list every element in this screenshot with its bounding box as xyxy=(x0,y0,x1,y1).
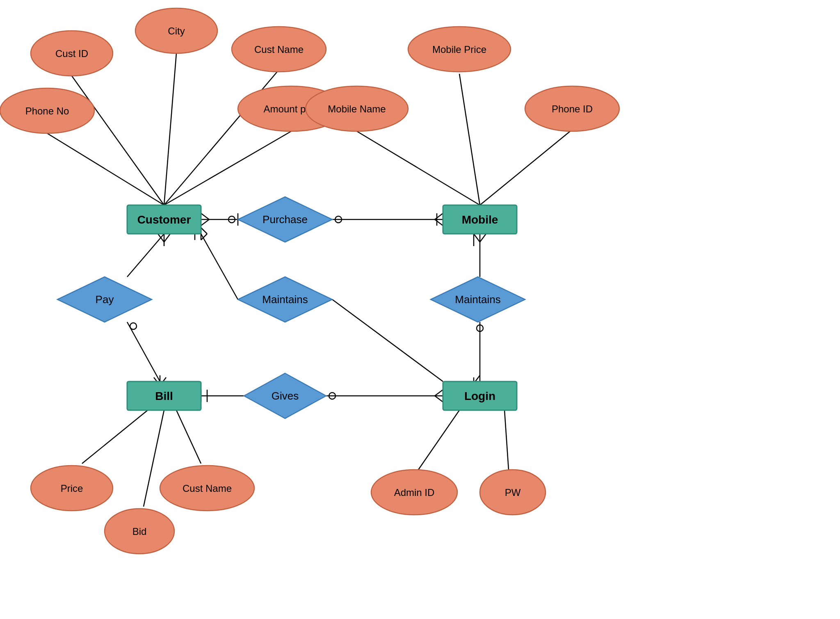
crow-customer-purchase2 xyxy=(201,219,209,226)
relation-gives-label: Gives xyxy=(272,390,299,402)
attr-price-label: Price xyxy=(61,483,83,494)
line-mobile-mobilename xyxy=(357,131,480,205)
crow-login-left2 xyxy=(435,396,443,402)
line-bill-custname2 xyxy=(176,410,201,464)
line-mobile-mobileprice xyxy=(459,74,480,205)
line-maintains-login xyxy=(332,299,443,381)
line-customer-maintains xyxy=(201,234,238,299)
entity-mobile-label: Mobile xyxy=(462,213,498,226)
line-pay-bill xyxy=(127,322,160,381)
attr-mobileprice-label: Mobile Price xyxy=(432,44,486,55)
line-mobile-phoneid xyxy=(480,131,570,205)
crow-customer-purchase1 xyxy=(201,213,209,219)
er-diagram: Customer Mobile Bill Login Cust ID City … xyxy=(0,0,840,619)
attr-city-label: City xyxy=(168,25,185,37)
line-customer-phoneno xyxy=(47,133,164,205)
crow-customer-maintains2 xyxy=(201,228,207,234)
attr-pw-label: PW xyxy=(505,487,521,498)
line-customer-amountpaid xyxy=(164,131,291,205)
crow-mobile-maintains1 xyxy=(474,234,480,242)
attr-mobilename-label: Mobile Name xyxy=(328,103,386,114)
attr-phoneno-label: Phone No xyxy=(25,105,69,116)
line-login-pw xyxy=(504,410,509,470)
entity-login-label: Login xyxy=(464,390,495,402)
relation-maintains-right-label: Maintains xyxy=(455,293,500,306)
line-customer-city xyxy=(164,53,176,205)
line-bill-price xyxy=(82,410,148,464)
entity-customer-label: Customer xyxy=(137,213,191,226)
line-login-adminid xyxy=(418,410,459,470)
attr-custname-label: Cust Name xyxy=(254,44,304,55)
attr-phoneid-label: Phone ID xyxy=(552,103,593,114)
crow-customer-pay2 xyxy=(164,234,170,242)
circle-pay-bottom xyxy=(130,323,137,329)
relation-pay-label: Pay xyxy=(96,293,114,306)
attr-bid-label: Bid xyxy=(132,526,147,537)
entity-bill-label: Bill xyxy=(155,390,173,402)
attr-adminid-label: Admin ID xyxy=(394,487,435,498)
crow-mobile-right2 xyxy=(435,219,443,226)
crow-login-left1 xyxy=(435,390,443,396)
relation-maintains-center-label: Maintains xyxy=(262,293,308,306)
crow-mobile-right1 xyxy=(435,213,443,219)
line-customer-custid xyxy=(72,76,164,205)
crow-mobile-maintains2 xyxy=(480,234,486,242)
attr-custid-label: Cust ID xyxy=(55,48,88,59)
relation-purchase-label: Purchase xyxy=(262,213,308,226)
attr-custname2-label: Cust Name xyxy=(183,483,232,494)
line-customer-pay-top xyxy=(127,234,164,277)
